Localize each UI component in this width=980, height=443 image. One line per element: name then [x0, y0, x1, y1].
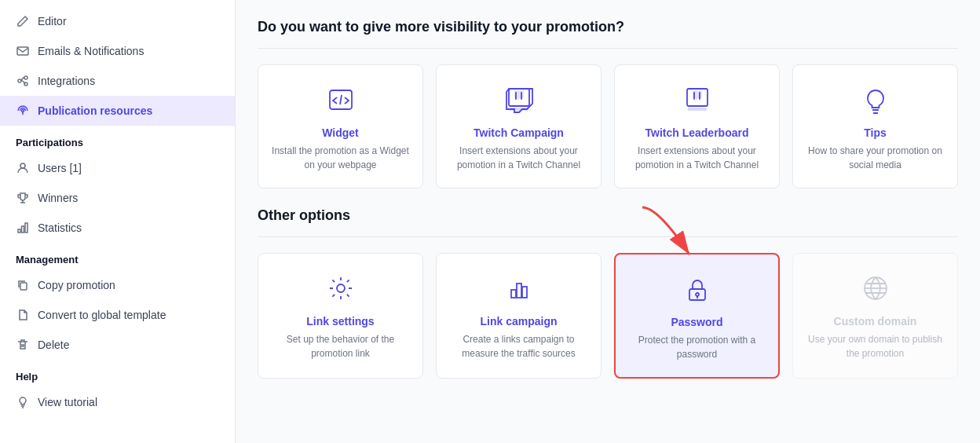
- statistics-label: Statistics: [38, 222, 82, 234]
- code-icon: [322, 81, 360, 119]
- link-campaign-card[interactable]: Link campaign Create a links campaign to…: [436, 253, 602, 379]
- help-title: Help: [0, 360, 235, 387]
- twitch-campaign-card[interactable]: Twitch Campaign Insert extensions about …: [436, 64, 602, 189]
- email-icon: [16, 44, 30, 58]
- twitch-icon-2: [678, 81, 716, 119]
- svg-point-1: [18, 79, 21, 82]
- password-title: Password: [671, 316, 722, 328]
- tips-desc: How to share your promotion on social me…: [806, 144, 945, 172]
- svg-rect-19: [522, 287, 527, 298]
- visibility-title: Do you want to give more visibility to y…: [258, 19, 958, 35]
- twitch-leaderboard-desc: Insert extensions about your pomotion in…: [627, 144, 766, 172]
- sidebar-item-delete[interactable]: Delete: [0, 330, 235, 360]
- copy-icon: [16, 278, 30, 292]
- link-campaign-desc: Create a links campaign to measure the t…: [449, 332, 588, 361]
- sidebar-item-emails[interactable]: Emails & Notifications: [0, 36, 235, 66]
- globe-icon: [857, 269, 894, 307]
- tips-card[interactable]: Tips How to share your promotion on soci…: [792, 64, 958, 189]
- visibility-cards: Widget Install the promotion as a Widget…: [258, 64, 958, 189]
- integrations-label: Integrations: [38, 75, 95, 87]
- lock-icon: [678, 270, 716, 308]
- svg-rect-6: [18, 229, 20, 232]
- sidebar-item-winners[interactable]: Winners: [0, 183, 235, 213]
- stats-icon: [16, 221, 30, 235]
- widget-title: Widget: [322, 126, 359, 139]
- winners-label: Winners: [38, 192, 78, 204]
- visibility-divider: [258, 48, 958, 49]
- participations-title: Participations: [0, 126, 235, 153]
- delete-label: Delete: [38, 339, 69, 351]
- sidebar-item-tutorial[interactable]: View tutorial: [0, 387, 235, 417]
- other-title: Other options: [258, 207, 958, 224]
- broadcast-icon: [16, 104, 30, 118]
- edit-icon: [16, 14, 30, 28]
- twitch-icon-1: [500, 81, 538, 119]
- link-settings-desc: Set up the behavior of the promotion lin…: [271, 332, 410, 361]
- other-cards: Link settings Set up the behavior of the…: [258, 253, 958, 379]
- file-icon: [16, 308, 30, 322]
- gear-icon: [322, 269, 360, 307]
- svg-rect-0: [17, 47, 28, 55]
- bulb-icon: [16, 395, 30, 409]
- copy-label: Copy promotion: [38, 279, 115, 291]
- emails-label: Emails & Notifications: [38, 45, 144, 57]
- users-label: Users [1]: [38, 162, 82, 174]
- help-section: Help View tutorial: [0, 360, 235, 417]
- sidebar-item-integrations[interactable]: Integrations: [0, 66, 235, 96]
- other-section: Other options Link settings: [258, 207, 958, 379]
- svg-point-2: [24, 76, 27, 79]
- link-settings-title: Link settings: [306, 315, 374, 328]
- password-card[interactable]: Password Protect the promotion with a pa…: [614, 253, 780, 379]
- convert-label: Convert to global template: [38, 309, 166, 321]
- widget-desc: Install the promotion as a Widget on you…: [271, 144, 410, 172]
- svg-rect-17: [511, 290, 516, 298]
- svg-point-4: [22, 110, 24, 112]
- password-desc: Protect the promotion with a password: [628, 333, 766, 361]
- widget-card[interactable]: Widget Install the promotion as a Widget…: [258, 64, 423, 189]
- main-content: Do you want to give more visibility to y…: [236, 0, 980, 443]
- lightbulb-icon: [857, 81, 894, 119]
- twitch-leaderboard-card[interactable]: Twitch Leaderboard Insert extensions abo…: [614, 64, 780, 189]
- visibility-section: Do you want to give more visibility to y…: [258, 19, 958, 189]
- sidebar-item-convert[interactable]: Convert to global template: [0, 300, 235, 330]
- sidebar: Editor Emails & Notifications Integrat: [0, 0, 236, 443]
- svg-point-16: [337, 284, 345, 292]
- svg-rect-18: [517, 284, 521, 298]
- svg-rect-8: [25, 223, 27, 232]
- twitch-leaderboard-title: Twitch Leaderboard: [645, 126, 749, 139]
- sidebar-item-publication[interactable]: Publication resources: [0, 96, 235, 126]
- sidebar-item-statistics[interactable]: Statistics: [0, 213, 235, 243]
- svg-rect-7: [22, 226, 24, 232]
- twitch-campaign-title: Twitch Campaign: [474, 126, 564, 139]
- svg-rect-9: [20, 283, 27, 290]
- svg-point-5: [20, 163, 25, 168]
- svg-point-21: [696, 293, 699, 296]
- trophy-icon: [16, 191, 30, 205]
- svg-rect-12: [510, 108, 528, 111]
- management-title: Management: [0, 243, 235, 270]
- custom-domain-desc: Use your own domain to publish the promo…: [806, 332, 945, 361]
- custom-domain-title: Custom domain: [834, 315, 917, 328]
- publication-label: Publication resources: [38, 104, 152, 117]
- sidebar-item-users[interactable]: Users [1]: [0, 153, 235, 183]
- other-divider: [258, 236, 958, 237]
- link-campaign-title: Link campaign: [480, 315, 557, 328]
- twitch-campaign-desc: Insert extensions about your pomotion in…: [449, 144, 588, 172]
- management-section: Management Copy promotion Convert to glo…: [0, 243, 235, 360]
- trash-icon: [16, 338, 30, 352]
- user-icon: [16, 161, 30, 175]
- integration-icon: [16, 74, 30, 88]
- tips-title: Tips: [864, 126, 887, 139]
- tutorial-label: View tutorial: [38, 396, 97, 408]
- participations-section: Participations Users [1] Winners: [0, 126, 235, 243]
- editor-label: Editor: [38, 15, 67, 27]
- chart-icon: [500, 269, 538, 307]
- sidebar-item-copy[interactable]: Copy promotion: [0, 270, 235, 300]
- link-settings-card[interactable]: Link settings Set up the behavior of the…: [258, 253, 423, 379]
- sidebar-item-editor[interactable]: Editor: [0, 6, 235, 36]
- custom-domain-card: Custom domain Use your own domain to pub…: [792, 253, 958, 379]
- svg-rect-13: [688, 108, 707, 111]
